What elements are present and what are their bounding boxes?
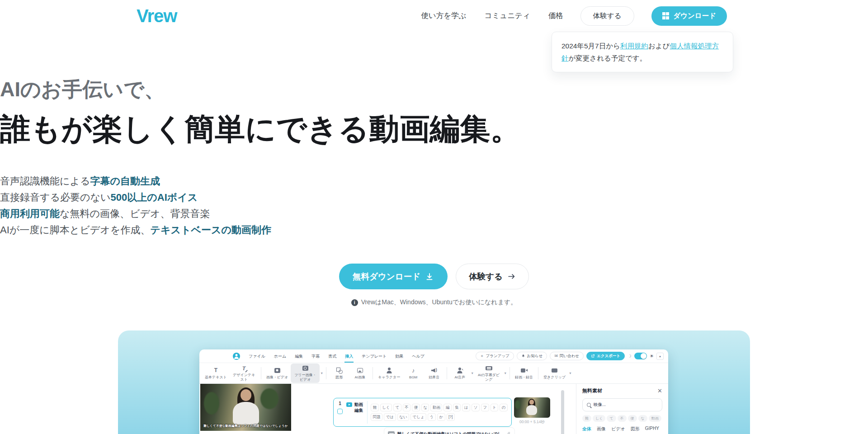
asset-search-box[interactable] (582, 398, 662, 411)
nav-link[interactable]: コミュニティ (485, 11, 530, 21)
toolbar-item[interactable]: デザインテキスト (230, 363, 259, 382)
word-token[interactable]: 不 (403, 404, 411, 411)
vertical-scrollbar[interactable] (561, 390, 564, 434)
toolbar-icon (212, 367, 219, 374)
chevron-down-icon[interactable]: ▼ (504, 372, 507, 375)
chevron-down-icon[interactable]: ▼ (320, 372, 323, 375)
asset-tab[interactable]: 図形 (631, 426, 640, 434)
toolbar-item[interactable]: 効果音 (424, 366, 444, 381)
try-button[interactable]: 体験する (456, 264, 529, 289)
word-token[interactable]: か (437, 413, 445, 421)
word-token[interactable]: の (500, 404, 508, 411)
word-token[interactable]: な (421, 404, 429, 411)
asset-tab[interactable]: 全体 (582, 426, 591, 434)
toolbar-icon (431, 367, 438, 374)
video-preview[interactable]: 難しくて不便な動画編集はソフトの問題ではないでしょうか (200, 384, 291, 431)
word-token[interactable]: 動画 (430, 404, 442, 411)
theme-toggle[interactable] (634, 353, 647, 359)
terms-link[interactable]: 利用規約 (620, 42, 648, 50)
arrow-right-icon (507, 272, 516, 281)
word-token[interactable]: でしょ (410, 413, 426, 421)
asset-tab[interactable]: 画像 (597, 426, 606, 434)
word-token[interactable]: 編 (443, 404, 452, 411)
chevron-down-icon[interactable]: ▼ (569, 372, 572, 375)
keyword-chip[interactable]: 動画 (649, 415, 661, 422)
collapse-button[interactable]: ▲ (656, 353, 664, 360)
asset-tab[interactable]: ビデオ (611, 426, 625, 434)
toolbar-group: AI音声 ▼ (449, 366, 474, 381)
toolbar-item[interactable]: 録画・録音 (512, 366, 536, 381)
header-try-button[interactable]: 体験する (580, 6, 634, 26)
app-menu-item[interactable]: 編集 (294, 349, 303, 363)
keyword-chip[interactable]: しく (593, 415, 605, 422)
header-right: 使い方を学ぶ コミュニティ 価格 体験する ダウンロード (421, 6, 727, 26)
nav-link[interactable]: 使い方を学ぶ (421, 11, 466, 21)
toolbar-item[interactable]: AIの字幕ダビング (474, 363, 503, 382)
toolbar-label: 空きクリップ (543, 375, 566, 379)
keyword-chip[interactable]: 便 (628, 415, 637, 422)
app-menu-item[interactable]: ホーム (274, 349, 287, 363)
app-menu-item[interactable]: テンプレート (361, 349, 387, 363)
keyword-chip[interactable]: 不 (618, 415, 627, 422)
word-token[interactable]: う (428, 413, 436, 421)
asset-search-input[interactable] (594, 402, 648, 407)
platforms-note-text: VrewはMac、Windows、Ubuntuでお使いになれます。 (361, 298, 517, 307)
app-menu-item[interactable]: ファイル (248, 349, 266, 363)
clip-thumbnail[interactable] (514, 397, 550, 418)
chevron-down-icon[interactable]: ▼ (471, 372, 474, 375)
word-token[interactable]: フ (481, 404, 489, 411)
toolbar-item[interactable]: 画像・ビデオ (264, 366, 291, 381)
keyword-chip[interactable]: て (607, 415, 616, 422)
toolbar-item[interactable]: 空きクリップ (541, 366, 568, 381)
toolbar-item[interactable]: BGM (403, 366, 424, 381)
export-button[interactable]: エクスポート (586, 352, 625, 360)
toolbar-group: BGM (403, 366, 424, 381)
app-menu-item[interactable]: 効果 (395, 349, 404, 363)
plan-up-button[interactable]: ＋ プランアップ (476, 352, 514, 360)
toolbar-item[interactable]: AI画像 (349, 366, 370, 381)
subtitle-text: 難しくて不便な動画編集はソフトの問題ではないでしょ (397, 431, 503, 434)
app-toolbar: 基本テキスト デザインテキスト (199, 363, 668, 384)
asset-tab[interactable]: GIPHY (645, 426, 659, 434)
toolbar-item[interactable]: 基本テキスト (202, 366, 230, 381)
contact-button[interactable]: ✉ 問い合わせ (550, 352, 584, 360)
link-icon[interactable] (506, 431, 511, 434)
word-token[interactable]: ト (491, 404, 499, 411)
word-token[interactable]: て (393, 404, 401, 411)
word-token[interactable]: [?] (447, 413, 455, 421)
word-token[interactable]: ソ (472, 404, 480, 411)
toolbar-item[interactable]: 図形 (329, 366, 349, 381)
free-download-button[interactable]: 無料ダウンロード (339, 264, 448, 289)
toolbar-item[interactable]: フリー画像・ビデオ (291, 363, 320, 382)
word-token[interactable]: 問題 (371, 413, 382, 421)
toolbar-item[interactable]: AI音声 (449, 366, 470, 381)
app-menu-item[interactable]: 書式 (328, 349, 337, 363)
terms-notice: 2024年5月7日から利用規約および個人情報処理方針が変更される予定です。 (552, 32, 733, 72)
nav-link[interactable]: 価格 (548, 11, 563, 21)
toolbar-item[interactable]: キャラクター (375, 366, 403, 381)
toolbar-icon (336, 367, 343, 374)
vrew-logo[interactable]: Vrew (137, 6, 177, 26)
header-download-button[interactable]: ダウンロード (651, 6, 727, 26)
toolbar-label: 画像・ビデオ (266, 375, 288, 379)
app-menu-item[interactable]: 挿入 (344, 349, 354, 363)
word-token[interactable]: では (384, 413, 396, 421)
keyword-chip[interactable]: な (638, 415, 647, 422)
clip-checkbox[interactable] (337, 409, 343, 414)
keyword-chip[interactable]: 難 (582, 415, 591, 422)
word-token[interactable]: しく (380, 404, 392, 411)
app-menu-item[interactable]: 字幕 (311, 349, 320, 363)
word-token[interactable]: は (462, 404, 470, 411)
app-menu-item[interactable]: ヘルプ (411, 349, 425, 363)
word-token[interactable]: 難 (371, 404, 379, 411)
clip-row[interactable]: 1 動画編集 難しくて不便な動画編集はソフトの 問題ではないでしょうか[?] (333, 398, 512, 427)
word-token[interactable]: ない (397, 413, 409, 421)
word-token[interactable]: 便 (412, 404, 420, 411)
subtitle-row[interactable]: 難しくて不便な動画編集はソフトの問題ではないでしょ (384, 427, 515, 434)
toolbar-group: デザインテキスト (230, 363, 264, 382)
word-token[interactable]: 集 (453, 404, 461, 411)
close-icon[interactable]: ✕ (657, 388, 662, 394)
plan-icon: ＋ (480, 354, 484, 358)
news-button[interactable]: お知らせ (517, 352, 547, 360)
user-avatar[interactable] (233, 353, 240, 360)
